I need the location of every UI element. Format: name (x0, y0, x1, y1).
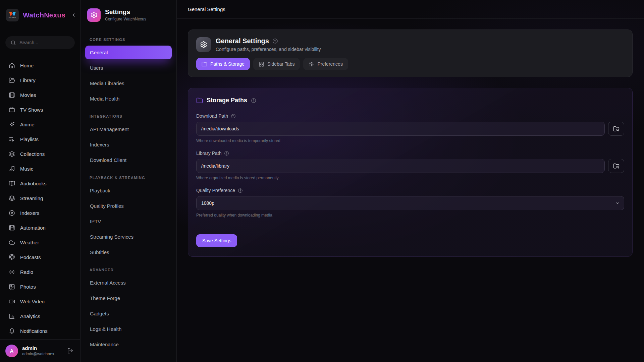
cloud-icon (9, 239, 15, 246)
content: General Settings Configure paths, prefer… (177, 19, 644, 257)
tab-sidebar-tabs[interactable]: Sidebar Tabs (253, 58, 300, 70)
nav-item-podcasts[interactable]: Podcasts (0, 250, 80, 264)
tab-label: Preferences (317, 61, 342, 67)
chevron-left-icon (71, 12, 77, 18)
settings-item-api-management[interactable]: API Management (85, 122, 172, 136)
settings-item-logs-health[interactable]: Logs & Health (85, 322, 172, 336)
settings-gear-icon (87, 8, 101, 22)
book-open-icon (9, 180, 15, 187)
help-icon (238, 188, 243, 193)
layers-icon (9, 195, 15, 201)
browse-library-path-button[interactable] (608, 159, 624, 173)
settings-section-heading: CORE SETTINGS (90, 38, 167, 42)
field-download-path: Download PathWhere downloaded media is t… (196, 113, 624, 143)
nav-item-label: Movies (20, 92, 36, 98)
tab-paths-storage[interactable]: Paths & Storage (196, 58, 250, 70)
settings-item-subtitles[interactable]: Subtitles (85, 245, 172, 259)
nav-item-label: Analytics (20, 313, 40, 319)
library-path-input[interactable] (196, 159, 605, 173)
nav-item-label: Indexers (20, 210, 40, 216)
settings-item-streaming-services[interactable]: Streaming Services (85, 230, 172, 244)
nav-item-radio[interactable]: Radio (0, 264, 80, 279)
quality-preference-select[interactable]: 1080p (196, 196, 624, 210)
settings-item-general[interactable]: General (85, 46, 172, 59)
settings-sidebar: Settings Configure WatchNexus CORE SETTI… (80, 0, 177, 362)
field-label: Quality Preference (196, 188, 235, 193)
nav-item-label: Collections (20, 151, 45, 157)
settings-item-maintenance[interactable]: Maintenance (85, 338, 172, 351)
tab-label: Paths & Storage (210, 61, 245, 67)
page-subtitle: Configure paths, preferences, and sideba… (216, 47, 321, 52)
logout-button[interactable] (66, 346, 75, 355)
nav-item-photos[interactable]: Photos (0, 279, 80, 294)
nav-item-analytics[interactable]: Analytics (0, 309, 80, 323)
field-label: Download Path (196, 113, 228, 119)
settings-item-users[interactable]: Users (85, 61, 172, 75)
grid-icon (259, 61, 264, 67)
log-out-icon (67, 348, 73, 354)
nav-item-label: Music (20, 166, 33, 172)
storage-fields: Download PathWhere downloaded media is t… (196, 113, 624, 218)
nav-item-streaming[interactable]: Streaming (0, 191, 80, 205)
save-settings-button[interactable]: Save Settings (196, 234, 237, 247)
nav-item-weather[interactable]: Weather (0, 235, 80, 250)
nav-item-movies[interactable]: Movies (0, 87, 80, 102)
topbar: General Settings (177, 0, 644, 19)
download-path-input[interactable] (196, 122, 605, 136)
nav-item-web-video[interactable]: Web Video (0, 294, 80, 309)
settings-nav: CORE SETTINGSGeneralUsersMedia Libraries… (80, 30, 176, 359)
nav-item-tv-shows[interactable]: TV Shows (0, 102, 80, 117)
image-icon (9, 284, 15, 290)
field-quality-preference: Quality Preference1080pPreferred quality… (196, 188, 624, 218)
settings-item-playback[interactable]: Playback (85, 184, 172, 197)
sidebar-collapse-button[interactable] (69, 11, 78, 19)
brand-row: WATCHNEXUS WatchNexus (0, 0, 80, 30)
settings-item-external-access[interactable]: External Access (85, 276, 172, 290)
nav-item-indexers[interactable]: Indexers (0, 205, 80, 220)
storage-paths-title: Storage Paths (207, 97, 247, 104)
nav-item-label: Weather (20, 240, 39, 245)
nav-item-label: Anime (20, 122, 35, 127)
field-helper-text: Preferred quality when downloading media (196, 213, 624, 218)
search-icon (10, 40, 16, 46)
settings-item-media-health[interactable]: Media Health (85, 92, 172, 106)
video-icon (9, 298, 15, 305)
film-icon (9, 92, 15, 98)
topbar-title: General Settings (188, 6, 225, 12)
settings-tabs: Paths & StorageSidebar TabsPreferences (196, 58, 624, 70)
settings-section-heading: INTEGRATIONS (90, 114, 167, 118)
settings-item-iptv[interactable]: IPTV (85, 215, 172, 228)
settings-item-quality-profiles[interactable]: Quality Profiles (85, 199, 172, 213)
folder-icon (196, 97, 203, 104)
nav-item-label: Notifications (20, 328, 48, 334)
settings-item-indexers[interactable]: Indexers (85, 138, 172, 152)
field-helper-text: Where downloaded media is temporarily st… (196, 138, 624, 143)
nav-item-label: Radio (20, 269, 33, 275)
nav-item-library[interactable]: Library (0, 73, 80, 87)
tab-preferences[interactable]: Preferences (303, 58, 348, 70)
field-helper-text: Where organized media is stored permanen… (196, 176, 624, 180)
nav-item-music[interactable]: Music (0, 161, 80, 176)
compass-icon (9, 210, 15, 216)
brand-name: WatchNexus (23, 11, 65, 19)
settings-item-theme-forge[interactable]: Theme Forge (85, 291, 172, 305)
nav-item-home[interactable]: Home (0, 58, 80, 73)
user-panel[interactable]: A admin admin@watchnex... (0, 339, 80, 362)
search-box[interactable] (5, 36, 75, 49)
browse-download-path-button[interactable] (608, 122, 624, 136)
nav-item-playlists[interactable]: Playlists (0, 132, 80, 146)
nav-item-automation[interactable]: Automation (0, 220, 80, 235)
settings-item-media-libraries[interactable]: Media Libraries (85, 76, 172, 90)
main-area: General Settings General Settings Config… (177, 0, 644, 362)
settings-item-download-client[interactable]: Download Client (85, 153, 172, 167)
user-name: admin (22, 345, 62, 351)
general-settings-header-card: General Settings Configure paths, prefer… (188, 29, 633, 77)
bar-chart-icon (9, 313, 15, 319)
settings-item-gadgets[interactable]: Gadgets (85, 307, 172, 320)
tab-label: Sidebar Tabs (267, 61, 294, 67)
search-input[interactable] (19, 40, 70, 45)
nav-item-anime[interactable]: Anime (0, 117, 80, 132)
nav-item-notifications[interactable]: Notifications (0, 323, 80, 338)
nav-item-audiobooks[interactable]: Audiobooks (0, 176, 80, 191)
nav-item-collections[interactable]: Collections (0, 146, 80, 161)
